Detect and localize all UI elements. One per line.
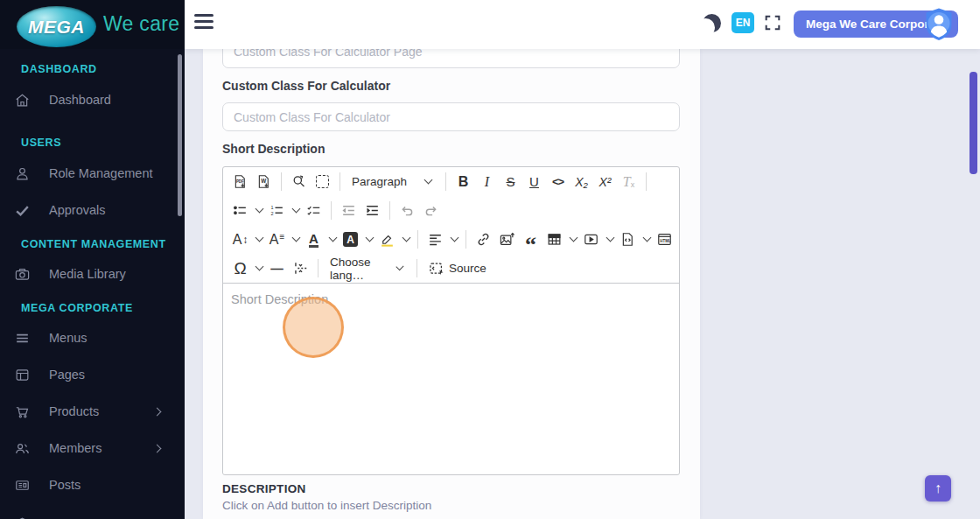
paragraph-style-dropdown[interactable]: Paragraph [346, 171, 440, 193]
bold-button[interactable]: B [452, 171, 474, 193]
language-dropdown-value: Choose lang… [330, 256, 393, 282]
undo-button[interactable] [396, 200, 418, 221]
check-icon [14, 202, 31, 219]
sidebar-item-label: Members [49, 441, 102, 455]
code-button[interactable]: <> [547, 171, 569, 193]
page-break-button[interactable] [290, 257, 312, 279]
chevron-down-icon[interactable] [256, 205, 264, 214]
sidebar-scrollbar[interactable] [178, 54, 182, 216]
sidebar-item-partial[interactable] [0, 513, 179, 519]
font-family-button[interactable]: A≡ [266, 228, 288, 250]
page-scrollbar-thumb[interactable] [970, 72, 977, 174]
calculator-class-input[interactable] [222, 102, 680, 131]
sidebar-item-media-library[interactable]: Media Library [0, 263, 179, 284]
sidebar-item-posts[interactable]: Posts [0, 474, 179, 495]
insert-table-button[interactable] [543, 228, 565, 250]
sidebar-item-dashboard[interactable]: Dashboard [0, 89, 179, 110]
chevron-down-icon[interactable] [292, 205, 301, 214]
sidebar-item-pages[interactable]: Pages [0, 364, 179, 385]
chevron-down-icon[interactable] [402, 234, 411, 242]
horizontal-line-button[interactable]: — [266, 257, 288, 279]
logo-row: MEGA We care [0, 0, 185, 49]
redo-button[interactable] [420, 200, 442, 221]
italic-button[interactable]: I [476, 171, 498, 193]
superscript-button[interactable]: X² [594, 171, 616, 193]
source-button-label: Source [449, 262, 486, 275]
svg-text:2: 2 [270, 211, 273, 216]
hamburger-menu-icon[interactable] [194, 14, 215, 35]
find-replace-button[interactable] [288, 171, 310, 193]
svg-text:HTML: HTML [660, 239, 671, 243]
chevron-down-icon[interactable] [451, 234, 459, 242]
sidebar-item-members[interactable]: Members [0, 438, 179, 459]
block-quote-button[interactable]: “ [520, 228, 542, 250]
chevron-down-icon[interactable] [570, 234, 578, 242]
menu-lines-icon [14, 330, 31, 347]
todo-list-button[interactable] [303, 200, 325, 221]
highlight-button[interactable] [376, 228, 398, 250]
select-all-button[interactable] [312, 171, 333, 193]
scroll-to-top-button[interactable]: ↑ [925, 475, 951, 501]
chevron-down-icon[interactable] [329, 234, 338, 242]
sidebar-item-products[interactable]: Products [0, 401, 179, 422]
sidebar-item-label: Role Management [49, 166, 153, 180]
user-avatar[interactable] [922, 7, 956, 42]
toolbar-separator [417, 230, 418, 249]
chevron-down-icon[interactable] [606, 234, 615, 242]
insert-template-button[interactable] [617, 228, 639, 250]
newspaper-icon [14, 477, 31, 494]
sidebar-item-label: Posts [49, 478, 80, 492]
toolbar-separator [340, 172, 340, 191]
insert-image-button[interactable] [496, 228, 518, 250]
link-button[interactable] [472, 228, 494, 250]
camera-icon [14, 266, 31, 283]
font-background-button[interactable]: A [340, 228, 361, 250]
export-word-button[interactable]: W [253, 171, 275, 193]
underline-button[interactable]: U [523, 171, 545, 193]
remove-format-button[interactable]: Tx [618, 171, 640, 193]
description-section-hint: Click on Add button to insert Descriptio… [222, 499, 431, 512]
toolbar-separator [281, 172, 282, 191]
sidebar-item-role-management[interactable]: Role Management [0, 163, 179, 184]
export-pdf-button[interactable]: PDF [229, 171, 251, 193]
language-badge[interactable]: EN [732, 12, 754, 33]
text-alignment-button[interactable] [424, 228, 446, 250]
chevron-right-icon [153, 444, 162, 452]
calculator-page-class-input[interactable] [222, 49, 680, 68]
special-characters-button[interactable]: Ω [229, 257, 251, 279]
toolbar-row-1: PDF W Paragraph B [223, 167, 679, 196]
chevron-down-icon[interactable] [643, 234, 652, 242]
editor-content-area[interactable]: Short Description [223, 283, 679, 473]
subscript-button[interactable]: X₂ [570, 171, 592, 193]
decrease-indent-button[interactable] [338, 200, 360, 221]
toolbar-separator [389, 201, 390, 220]
insert-media-button[interactable] [580, 228, 602, 250]
topbar: EN Mega We Care Corporate [185, 0, 980, 49]
font-size-button[interactable]: A↕ [229, 228, 251, 250]
increase-indent-button[interactable] [361, 200, 383, 221]
text-language-dropdown[interactable]: Choose lang… [324, 257, 411, 280]
numbered-list-button[interactable]: 12 [266, 200, 288, 221]
mega-logo[interactable]: MEGA [17, 6, 96, 47]
html-embed-button[interactable]: HTML [654, 228, 676, 250]
source-button[interactable]: Source [423, 257, 492, 280]
toolbar-row-4: Ω — Choose lang… Source [223, 254, 679, 283]
font-color-button[interactable]: A [303, 228, 325, 250]
chevron-down-icon[interactable] [256, 263, 264, 271]
partial-icon [14, 515, 31, 519]
sidebar-item-approvals[interactable]: Approvals [0, 200, 179, 221]
chevron-down-icon[interactable] [366, 234, 374, 242]
fullscreen-icon[interactable] [763, 13, 782, 32]
sidebar-item-label: Menus [49, 331, 88, 345]
bulleted-list-button[interactable] [229, 200, 251, 221]
strikethrough-button[interactable]: S [500, 171, 522, 193]
chevron-down-icon [396, 263, 404, 270]
form-card: Custom Class For Calculator Short Descri… [203, 49, 700, 519]
sidebar-item-label: Dashboard [49, 93, 111, 107]
dark-mode-moon-icon[interactable] [703, 14, 721, 32]
people-icon [14, 440, 31, 457]
chevron-down-icon[interactable] [292, 234, 301, 242]
sidebar-item-menus[interactable]: Menus [0, 327, 179, 348]
chevron-down-icon[interactable] [256, 234, 264, 242]
sidebar-item-label: Products [49, 404, 99, 418]
